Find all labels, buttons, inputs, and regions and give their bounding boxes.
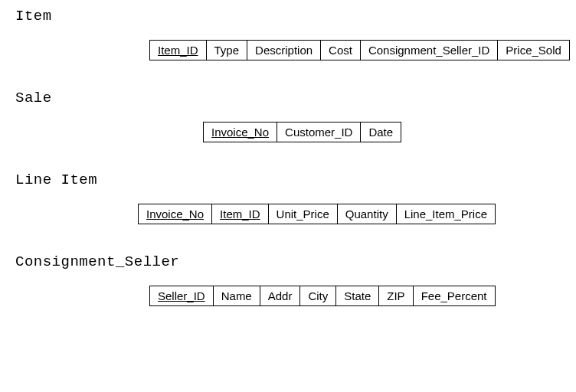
schema-column: Invoice_No — [204, 122, 277, 142]
schema-row: Invoice_NoItem_IDUnit_PriceQuantityLine_… — [138, 204, 496, 224]
column-label: Type — [214, 44, 240, 57]
schema-row: Invoice_NoCustomer_IDDate — [203, 122, 401, 142]
column-label: Unit_Price — [277, 207, 329, 220]
column-label: Date — [368, 126, 393, 139]
column-label-key: Item_ID — [158, 44, 198, 57]
column-label: Quantity — [345, 207, 388, 220]
column-label-key: Item_ID — [220, 207, 260, 220]
schema-column: State — [336, 286, 379, 305]
column-label: Fee_Percent — [421, 289, 487, 302]
relation-name: Consignment_Seller — [15, 253, 576, 270]
schema-diagram: ItemItem_IDTypeDescriptionCostConsignmen… — [15, 8, 576, 329]
relation-section: SaleInvoice_NoCustomer_IDDate — [15, 90, 576, 165]
relation-section: Consignment_SellerSeller_IDNameAddrCityS… — [15, 253, 576, 329]
schema-row: Seller_IDNameAddrCityStateZIPFee_Percent — [149, 286, 496, 306]
column-label: Price_Sold — [506, 44, 561, 57]
schema-row-wrap: Item_IDTypeDescriptionCostConsignment_Se… — [15, 40, 576, 83]
column-label: Addr — [268, 289, 293, 302]
schema-row-wrap: Seller_IDNameAddrCityStateZIPFee_Percent — [15, 286, 576, 329]
schema-column: Consignment_Seller_ID — [361, 41, 498, 60]
schema-column: City — [300, 286, 336, 305]
column-label: Customer_ID — [285, 126, 352, 139]
relation-name: Sale — [15, 90, 576, 106]
column-label: ZIP — [387, 289, 404, 302]
schema-column: ZIP — [379, 286, 413, 305]
column-label: Line_Item_Price — [404, 207, 487, 220]
schema-column: Cost — [321, 41, 361, 60]
column-label-key: Seller_ID — [158, 289, 205, 302]
schema-column: Item_ID — [150, 41, 207, 60]
schema-column: Unit_Price — [269, 204, 338, 224]
column-label-key: Invoice_No — [146, 207, 204, 220]
relation-section: ItemItem_IDTypeDescriptionCostConsignmen… — [15, 8, 576, 83]
relation-name: Item — [15, 8, 576, 24]
schema-column: Customer_ID — [277, 122, 361, 142]
schema-column: Item_ID — [212, 204, 269, 224]
schema-column: Description — [247, 41, 321, 60]
schema-column: Date — [361, 122, 401, 142]
schema-column: Name — [214, 286, 260, 305]
schema-column: Invoice_No — [139, 204, 212, 224]
column-label: Cost — [329, 44, 352, 57]
column-label-key: Invoice_No — [211, 126, 269, 139]
relation-name: Line Item — [15, 172, 576, 188]
schema-column: Seller_ID — [150, 286, 214, 305]
schema-column: Line_Item_Price — [397, 204, 495, 224]
schema-row: Item_IDTypeDescriptionCostConsignment_Se… — [149, 40, 570, 60]
relation-section: Line ItemInvoice_NoItem_IDUnit_PriceQuan… — [15, 172, 576, 247]
schema-column: Quantity — [338, 204, 397, 224]
column-label: Description — [255, 44, 313, 57]
column-label: Consignment_Seller_ID — [368, 44, 489, 57]
column-label: State — [344, 289, 371, 302]
schema-column: Fee_Percent — [414, 286, 495, 305]
column-label: City — [308, 289, 328, 302]
schema-column: Addr — [260, 286, 301, 305]
schema-row-wrap: Invoice_NoCustomer_IDDate — [15, 122, 576, 165]
column-label: Name — [221, 289, 252, 302]
schema-row-wrap: Invoice_NoItem_IDUnit_PriceQuantityLine_… — [15, 204, 576, 247]
schema-column: Price_Sold — [498, 41, 569, 60]
schema-column: Type — [207, 41, 248, 60]
